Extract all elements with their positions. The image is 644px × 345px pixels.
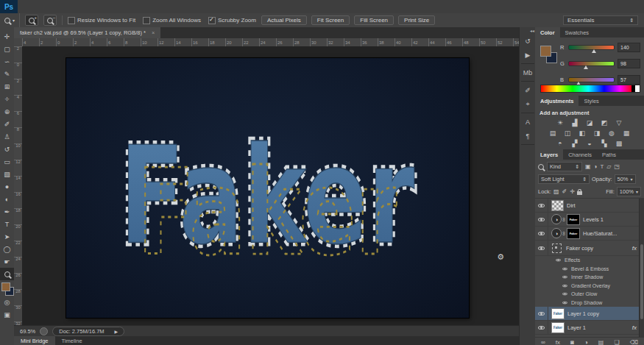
green-value-field[interactable]: 98	[618, 59, 640, 68]
foreground-color-swatch[interactable]	[1, 282, 10, 291]
menu-item[interactable]	[88, 3, 100, 10]
layer-name[interactable]: Dirt	[567, 202, 576, 209]
scrollbar-thumb[interactable]	[640, 244, 643, 319]
invert-icon[interactable]: ◓	[555, 139, 565, 148]
effects-header-row[interactable]: Effects	[535, 256, 644, 265]
effect-row[interactable]: Gradient Overlay	[535, 282, 644, 291]
visibility-toggle[interactable]	[535, 227, 548, 240]
menu-item[interactable]	[112, 3, 124, 10]
layer-name[interactable]: Layer 1 copy	[567, 310, 599, 317]
options-button[interactable]: Actual Pixels	[261, 15, 307, 25]
canvas[interactable]: Faker Faker Faker	[66, 58, 469, 318]
color-swatches[interactable]	[1, 282, 13, 296]
checkbox-icon[interactable]	[68, 17, 75, 24]
panel-tab[interactable]: Layers	[535, 149, 563, 160]
smart-object-thumbnail[interactable]	[552, 243, 562, 253]
eye-icon[interactable]	[562, 283, 567, 288]
panel-tab[interactable]: Paths	[597, 149, 621, 160]
tool-button[interactable]: ⊞	[0, 80, 14, 93]
panel-tab[interactable]: Styles	[578, 96, 604, 106]
lock-all-icon[interactable]	[577, 191, 582, 195]
tool-button[interactable]: ▧	[0, 168, 14, 180]
add-layer-style-icon[interactable]: fx	[556, 339, 560, 345]
panel-tab[interactable]: Swatches	[560, 27, 595, 38]
effect-row[interactable]: Inner Shadow	[535, 273, 644, 282]
blue-slider[interactable]	[568, 77, 615, 82]
eye-icon[interactable]	[562, 292, 567, 296]
tool-button[interactable]: T	[0, 218, 14, 230]
panel-tab[interactable]: Channels	[563, 149, 597, 160]
eye-icon[interactable]	[562, 266, 567, 271]
filter-adjustment-layers-icon[interactable]: ◑	[594, 163, 598, 170]
menu-item[interactable]	[53, 3, 65, 10]
gear-icon[interactable]: ⚙	[497, 252, 504, 262]
layer-mask-thumbnail[interactable]: Faker	[567, 228, 580, 239]
layer-name[interactable]: Layer 1	[567, 324, 586, 331]
layer-mask-thumbnail[interactable]: Faker	[567, 214, 580, 225]
options-button[interactable]: Fit Screen	[311, 15, 350, 25]
character-panel-icon[interactable]: A	[520, 115, 535, 129]
effect-row[interactable]: Drop Shadow	[535, 299, 644, 307]
close-tab-icon[interactable]: ×	[152, 29, 155, 36]
color-balance-icon[interactable]: ◫	[562, 129, 573, 138]
options-checkbox[interactable]: Resize Windows to Fit	[68, 17, 135, 24]
workspace-switcher[interactable]: Essentials ⇕	[563, 15, 638, 25]
threshold-icon[interactable]: ◒	[584, 139, 595, 148]
link-layers-icon[interactable]: ∞	[541, 339, 545, 345]
menu-item[interactable]	[100, 3, 112, 10]
layer-name[interactable]: Hue/Saturat...	[583, 230, 617, 237]
visibility-toggle[interactable]	[535, 321, 548, 334]
effect-row[interactable]: Bevel & Emboss	[535, 265, 644, 274]
exposure-icon[interactable]: ◩	[599, 118, 609, 127]
tool-button[interactable]: ●	[0, 180, 14, 193]
document-tab[interactable]: faker ch2 vài.psd @ 69.5% (Layer 1 copy,…	[14, 27, 160, 38]
layer-row[interactable]: Dirt	[535, 199, 644, 213]
lock-move-icon[interactable]: ✛	[570, 188, 575, 195]
layer-row-selected[interactable]: Faker Layer 1 copy	[535, 307, 644, 321]
channel-mixer-icon[interactable]: ◍	[606, 129, 617, 138]
tool-button[interactable]: ✒	[0, 205, 14, 218]
clone-source-panel-icon[interactable]: ⌖	[520, 97, 535, 111]
tool-button[interactable]: ▢	[0, 43, 14, 55]
delete-layer-icon[interactable]: ⌫	[630, 339, 638, 345]
options-button[interactable]: Print Size	[398, 15, 435, 25]
filter-shape-layers-icon[interactable]: ▱	[606, 163, 611, 170]
visibility-toggle[interactable]	[535, 213, 548, 226]
new-layer-icon[interactable]: ❏	[614, 339, 619, 345]
brush-panel-icon[interactable]: ✐	[520, 83, 535, 97]
new-adjustment-layer-icon[interactable]: ◑	[584, 339, 588, 345]
mini-bridge-panel-icon[interactable]: Mb	[520, 65, 535, 79]
selective-color-icon[interactable]: ▚	[599, 139, 609, 148]
tool-button[interactable]: ✛	[0, 30, 14, 43]
menu-item[interactable]	[124, 3, 135, 10]
quick-mask-button[interactable]: ◎	[0, 296, 14, 308]
layer-row[interactable]: ◑ ∞ Faker Levels 1	[535, 213, 644, 227]
checkbox-icon[interactable]	[208, 17, 216, 24]
layer-name[interactable]: Levels 1	[583, 216, 604, 223]
layer-thumbnail[interactable]: Faker	[551, 308, 565, 319]
levels-icon[interactable]: ▟	[570, 118, 580, 127]
layers-scrollbar[interactable]	[639, 199, 644, 337]
panel-tab[interactable]: Adjustments	[535, 96, 578, 106]
layer-row[interactable]: ◑ ∞ Faker Hue/Saturat...	[535, 227, 644, 241]
tool-button[interactable]: ◐	[0, 193, 14, 205]
document-info[interactable]: Doc: 2.75M/16.7M ▶	[52, 327, 124, 336]
adjustment-layer-icon[interactable]: ◑	[551, 228, 562, 238]
tool-button[interactable]: ⊕	[0, 105, 14, 118]
lock-paint-icon[interactable]: ✐	[562, 188, 567, 195]
collapse-panels-icon[interactable]: ◂◂	[520, 28, 536, 34]
tool-button[interactable]: ∽	[0, 55, 14, 68]
screen-mode-button[interactable]: ▣	[0, 308, 14, 321]
filter-pixel-layers-icon[interactable]: ▣	[585, 163, 591, 170]
tool-button[interactable]: ☛	[0, 255, 14, 268]
layer-name[interactable]: Faker copy	[566, 245, 593, 252]
menu-item[interactable]	[18, 3, 29, 10]
new-group-icon[interactable]: ▤	[598, 339, 604, 345]
vibrance-icon[interactable]: ▽	[614, 118, 624, 127]
photo-filter-icon[interactable]: ◨	[592, 129, 602, 138]
layer-row[interactable]: Faker copy fx	[535, 241, 644, 256]
status-arrow-icon[interactable]: ▶	[115, 329, 118, 334]
curves-icon[interactable]: ◪	[584, 118, 595, 127]
gradient-map-icon[interactable]: ▩	[614, 139, 624, 148]
actions-panel-icon[interactable]: ▶	[520, 48, 535, 62]
